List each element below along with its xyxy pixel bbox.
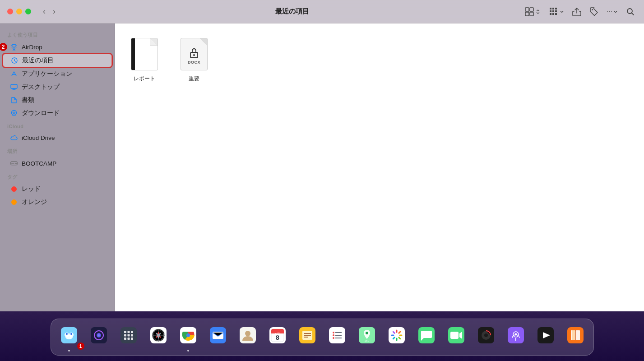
svg-point-27: [15, 163, 17, 164]
svg-line-93: [393, 338, 394, 339]
facetime-dock-icon: [443, 322, 470, 349]
svg-rect-10: [550, 13, 551, 15]
messages-dock-icon: [413, 322, 440, 349]
sidebar-item-bootcamp[interactable]: BOOTCAMP: [3, 157, 112, 170]
sidebar-item-applications[interactable]: アプリケーション: [3, 68, 112, 80]
tag-orange-label: オレンジ: [22, 198, 47, 206]
svg-point-106: [514, 333, 517, 336]
safari-dock-icon: [145, 322, 172, 349]
svg-point-64: [245, 331, 250, 336]
annotation-1: 1: [77, 342, 84, 350]
dock-item-mail[interactable]: [204, 322, 232, 352]
svg-text:9月: 9月: [274, 332, 280, 336]
dock-item-finder[interactable]: 1: [56, 322, 83, 352]
calendar-dock-icon: 89月: [264, 322, 291, 349]
sidebar-section-tags: タグ: [0, 170, 115, 182]
file-icon-important: DOCX: [178, 36, 210, 72]
file-item-report[interactable]: レポート: [124, 32, 165, 86]
bootcamp-label: BOOTCAMP: [22, 160, 56, 167]
docx-badge: DOCX: [188, 60, 200, 65]
svg-rect-42: [127, 331, 130, 333]
dock-item-podcasts[interactable]: [502, 322, 529, 352]
finder-window: ‹ › 最近の項目: [0, 0, 644, 311]
sidebar: よく使う項目 2 AirDrop: [0, 23, 115, 311]
mail-dock-icon: [204, 322, 232, 349]
file-label-report: レポート: [134, 75, 155, 83]
svg-rect-7: [550, 10, 551, 12]
dock-item-appletv[interactable]: [532, 322, 559, 352]
airdrop-icon: [10, 43, 18, 51]
sidebar-item-recents[interactable]: 最近の項目: [3, 54, 112, 67]
documents-icon: [10, 96, 18, 104]
svg-point-30: [193, 54, 195, 56]
svg-rect-2: [525, 12, 529, 16]
sidebar-item-desktop[interactable]: デスクトップ: [3, 81, 112, 93]
svg-line-15: [632, 13, 634, 15]
dock-item-notes[interactable]: [294, 322, 321, 352]
maximize-button[interactable]: [25, 9, 31, 14]
recents-icon: [10, 56, 19, 65]
dock-item-calendar[interactable]: 89月: [264, 322, 291, 352]
dock-item-photos[interactable]: [383, 322, 410, 352]
sidebar-item-tag-red[interactable]: レッド: [3, 183, 112, 195]
svg-rect-6: [555, 8, 557, 9]
sidebar-item-documents[interactable]: 書類: [3, 94, 112, 106]
svg-rect-46: [131, 334, 133, 337]
contacts-dock-icon: [234, 322, 261, 349]
search-button[interactable]: [624, 5, 637, 18]
airdrop-label: AirDrop: [22, 44, 42, 51]
svg-rect-3: [530, 12, 533, 16]
sidebar-item-airdrop[interactable]: 2 AirDrop: [3, 41, 112, 53]
more-button[interactable]: ···: [605, 6, 620, 18]
dock-item-contacts[interactable]: [234, 322, 261, 352]
share-button[interactable]: [570, 5, 583, 19]
forward-button[interactable]: ›: [50, 6, 58, 17]
svg-point-13: [592, 9, 593, 10]
svg-line-18: [14, 49, 15, 51]
view-grid-button[interactable]: [523, 5, 542, 19]
dock-item-facetime[interactable]: [443, 322, 470, 352]
svg-point-102: [484, 333, 488, 337]
svg-rect-11: [552, 13, 554, 15]
dock-item-music[interactable]: [473, 322, 500, 352]
dock-item-safari[interactable]: [145, 322, 172, 352]
content-area: よく使う項目 2 AirDrop: [0, 23, 644, 311]
applications-label: アプリケーション: [22, 70, 72, 78]
back-button[interactable]: ‹: [40, 6, 48, 17]
svg-rect-12: [555, 13, 557, 15]
sidebar-section-locations: 場所: [0, 144, 115, 157]
sidebar-section-icloud: iCloud: [0, 120, 115, 131]
dock-item-maps[interactable]: 260: [353, 322, 380, 352]
svg-rect-4: [550, 8, 551, 9]
tag-red-label: レッド: [22, 185, 41, 193]
window-title: 最近の項目: [65, 7, 519, 16]
file-area: レポート DOCX: [115, 23, 644, 311]
finder-dot: [68, 350, 70, 352]
books-dock-icon: [562, 322, 589, 349]
dock-item-messages[interactable]: [413, 322, 440, 352]
svg-rect-5: [552, 8, 554, 9]
dock-item-chrome[interactable]: [175, 322, 202, 352]
sidebar-item-tag-orange[interactable]: オレンジ: [3, 196, 112, 208]
svg-rect-49: [131, 338, 133, 340]
dock-item-siri[interactable]: [85, 322, 112, 352]
sidebar-item-icloud-drive[interactable]: iCloud Drive: [3, 131, 112, 144]
view-options-button[interactable]: [547, 5, 566, 19]
toolbar: ‹ › 最近の項目: [0, 0, 644, 23]
tag-button[interactable]: [588, 5, 600, 19]
toolbar-right: ···: [523, 5, 637, 19]
dock-item-reminders[interactable]: [324, 322, 351, 352]
sidebar-item-downloads[interactable]: ダウンロード: [3, 107, 112, 120]
file-item-important[interactable]: DOCX 重要: [174, 32, 214, 86]
close-button[interactable]: [7, 9, 13, 14]
minimize-button[interactable]: [16, 9, 22, 14]
music-dock-icon: [473, 322, 500, 349]
svg-point-79: [333, 334, 334, 336]
svg-rect-1: [530, 8, 533, 11]
svg-rect-8: [552, 10, 554, 12]
svg-rect-98: [450, 332, 459, 339]
dock-item-launchpad[interactable]: [115, 322, 142, 352]
svg-line-89: [398, 332, 400, 333]
siri-dock-icon: [85, 322, 112, 349]
dock-item-books[interactable]: [562, 322, 589, 352]
